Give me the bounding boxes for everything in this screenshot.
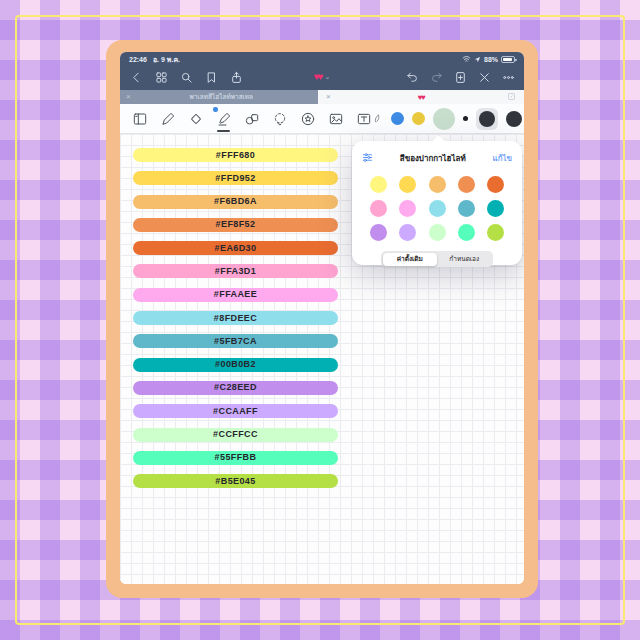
- segment-custom[interactable]: กำหนดเอง: [437, 253, 492, 266]
- tools-toolbar: [120, 104, 524, 134]
- palette-color-circle[interactable]: [429, 176, 446, 193]
- hex-code-label: #EF8F52: [216, 220, 256, 229]
- palette-color-circle[interactable]: [458, 176, 475, 193]
- tab-overview-icon[interactable]: [507, 92, 516, 102]
- highlighter-stroke: #FFF680: [133, 148, 338, 162]
- hex-code-label: #FFAAEE: [214, 290, 257, 299]
- tab-title: พาเลทสีไฮไลท์พาสเทล: [131, 92, 312, 102]
- hex-code-label: #FFD952: [215, 174, 255, 183]
- title-hearts-emoji: ♥♥: [314, 72, 322, 82]
- color-swatch-yellow[interactable]: [412, 112, 425, 125]
- hex-code-label: #F6BD6A: [214, 197, 257, 206]
- hex-code-label: #C28EED: [214, 383, 257, 392]
- highlighter-stroke: #FFAAEE: [133, 288, 338, 302]
- undo-icon[interactable]: [405, 70, 419, 84]
- palette-color-circle[interactable]: [399, 200, 416, 217]
- shapes-tool-icon[interactable]: [243, 110, 260, 127]
- add-page-icon[interactable]: [453, 70, 467, 84]
- tablet-frame: 22:46 อ. 9 พ.ค. 88%: [106, 40, 538, 598]
- lasso-tool-icon[interactable]: [271, 110, 288, 127]
- highlighter-color-popover: สีของปากกาไฮไลท์ แก้ไข ค่าตั้งเดิม กำหนด…: [352, 141, 522, 265]
- hex-code-label: #FFA3D1: [215, 267, 256, 276]
- palette-color-circle[interactable]: [370, 224, 387, 241]
- search-icon[interactable]: [179, 70, 193, 84]
- active-tab-hearts-emoji: ♥♥: [318, 93, 524, 102]
- palette-color-circle[interactable]: [429, 224, 446, 241]
- navigation-bar: ♥♥ ⌄: [120, 64, 524, 90]
- pen-tool-icon[interactable]: [159, 110, 176, 127]
- app-screenshot: 22:46 อ. 9 พ.ค. 88%: [120, 52, 524, 584]
- status-bar: 22:46 อ. 9 พ.ค. 88%: [120, 52, 524, 64]
- highlighter-stroke: #CCFFCC: [133, 428, 338, 442]
- active-tab-close-icon[interactable]: ×: [326, 93, 331, 101]
- color-swatch-blue[interactable]: [391, 112, 404, 125]
- highlighter-stroke: #00B0B2: [133, 358, 338, 372]
- palette-color-circle[interactable]: [487, 224, 504, 241]
- palette-color-circle[interactable]: [458, 224, 475, 241]
- pen-nib-icon[interactable]: [372, 110, 383, 128]
- eraser-tool-icon[interactable]: [187, 110, 204, 127]
- back-icon[interactable]: [129, 70, 143, 84]
- more-options-icon[interactable]: [501, 70, 515, 84]
- palette-color-circle[interactable]: [399, 224, 416, 241]
- location-icon: [474, 56, 481, 64]
- highlighter-stroke: #F6BD6A: [133, 195, 338, 209]
- tab-active[interactable]: × ♥♥: [318, 90, 524, 104]
- status-time: 22:46: [129, 56, 147, 63]
- hex-code-label: #FFF680: [216, 151, 255, 160]
- edit-button[interactable]: แก้ไข: [493, 152, 513, 165]
- highlighter-stroke: #8FDEEC: [133, 311, 338, 325]
- hex-code-label: #CCFFCC: [213, 430, 258, 439]
- gingham-wallpaper: 22:46 อ. 9 พ.ค. 88%: [0, 0, 640, 640]
- palette-color-circle[interactable]: [399, 176, 416, 193]
- tab-bar: × พาเลทสีไฮไลท์พาสเทล × ♥♥: [120, 90, 524, 104]
- share-icon[interactable]: [229, 70, 243, 84]
- battery-icon: [501, 56, 515, 63]
- battery-percent: 88%: [484, 56, 498, 63]
- tab-inactive[interactable]: × พาเลทสีไฮไลท์พาสเทล: [120, 90, 318, 104]
- popover-color-grid: [352, 171, 522, 241]
- highlighter-stroke: #5FB7CA: [133, 334, 338, 348]
- hex-code-label: #B5E045: [215, 477, 255, 486]
- sliders-icon[interactable]: [362, 149, 373, 167]
- page-panel-icon[interactable]: [131, 110, 148, 127]
- close-icon[interactable]: [477, 70, 491, 84]
- color-swatch-black-1[interactable]: [479, 111, 495, 127]
- redo-icon[interactable]: [429, 70, 443, 84]
- hex-code-label: #8FDEEC: [214, 314, 257, 323]
- swatch-list: #FFF680#FFD952#F6BD6A#EF8F52#EA6D30#FFA3…: [133, 148, 338, 497]
- highlighter-stroke: #55FFBB: [133, 451, 338, 465]
- color-swatch-black-selected-bg[interactable]: [476, 108, 498, 130]
- thumbnails-grid-icon[interactable]: [154, 70, 168, 84]
- title-dropdown-chevron-icon: ⌄: [325, 73, 331, 81]
- highlighter-stroke: #C28EED: [133, 381, 338, 395]
- color-swatch-current-highlighter[interactable]: [433, 108, 455, 130]
- palette-color-circle[interactable]: [429, 200, 446, 217]
- highlighter-stroke: #FFA3D1: [133, 264, 338, 278]
- palette-color-circle[interactable]: [370, 176, 387, 193]
- palette-mode-segmented-control: ค่าตั้งเดิม กำหนดเอง: [381, 251, 493, 267]
- highlighter-stroke: #FFD952: [133, 171, 338, 185]
- image-tool-icon[interactable]: [327, 110, 344, 127]
- hex-code-label: #55FFBB: [215, 453, 257, 462]
- highlighter-stroke: #EF8F52: [133, 218, 338, 232]
- wifi-icon: [462, 55, 471, 64]
- text-tool-icon[interactable]: [355, 110, 372, 127]
- bookmark-icon[interactable]: [204, 70, 218, 84]
- highlighter-tool-icon[interactable]: [215, 110, 232, 127]
- sticker-tool-icon[interactable]: [299, 110, 316, 127]
- palette-color-circle[interactable]: [487, 176, 504, 193]
- palette-color-circle[interactable]: [370, 200, 387, 217]
- palette-color-circle[interactable]: [487, 200, 504, 217]
- popover-title: สีของปากกาไฮไลท์: [373, 152, 493, 165]
- palette-color-circle[interactable]: [458, 200, 475, 217]
- hex-code-label: #EA6D30: [215, 244, 257, 253]
- color-swatch-black-2[interactable]: [506, 111, 522, 127]
- top-bars: 22:46 อ. 9 พ.ค. 88%: [120, 52, 524, 90]
- note-page-canvas[interactable]: #FFF680#FFD952#F6BD6A#EF8F52#EA6D30#FFA3…: [120, 134, 524, 584]
- highlighter-stroke: #EA6D30: [133, 241, 338, 255]
- hex-code-label: #5FB7CA: [214, 337, 257, 346]
- hex-code-label: #CCAAFF: [213, 407, 258, 416]
- stroke-size-dot[interactable]: [463, 116, 468, 121]
- segment-default[interactable]: ค่าตั้งเดิม: [383, 253, 438, 266]
